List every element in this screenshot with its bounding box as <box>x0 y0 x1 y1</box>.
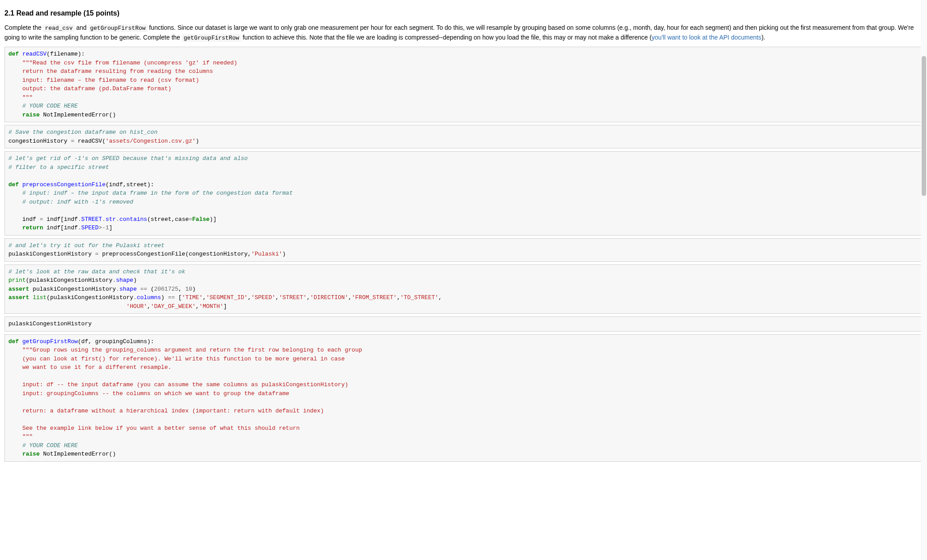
operator: = <box>40 216 43 223</box>
inline-code: read_csv <box>43 24 74 32</box>
text: , <box>196 303 199 310</box>
text: ) <box>196 138 199 144</box>
comment: # Save the congestion dataframe on hist_… <box>8 129 157 136</box>
builtin: list <box>33 294 47 301</box>
code-cell[interactable]: # let's look at the raw data and check t… <box>4 264 923 314</box>
text: pulaskiCongestionHistory <box>8 320 92 327</box>
func-name: getGroupFirstRow <box>22 338 78 345</box>
text: ). <box>761 34 765 41</box>
string: 'Pulaski' <box>251 251 282 257</box>
text: (df, groupingColumns): <box>78 338 154 345</box>
text: indf[indf <box>43 216 78 223</box>
text: , <box>147 303 151 310</box>
text: (street,case <box>147 216 189 223</box>
docstring: return the dataframe resulting from read… <box>8 68 213 75</box>
text: indf[indf <box>43 224 78 231</box>
keyword: assert <box>8 294 29 301</box>
string: 'TO_STREET' <box>400 294 439 301</box>
keyword: def <box>8 181 19 188</box>
comment: # and let's try it out for the Pulaski s… <box>8 242 164 249</box>
text: (pulaskiCongestionHistory <box>26 277 112 284</box>
string: 'FROM_STREET' <box>352 294 397 301</box>
operator: = <box>95 251 99 257</box>
scrollbar[interactable] <box>921 0 927 469</box>
text: , <box>178 286 185 292</box>
text: , <box>348 294 352 301</box>
text: function to achieve this. Note that the … <box>241 34 651 41</box>
section-heading: 2.1 Read and resample (15 points) <box>4 8 923 19</box>
dot: . <box>116 286 120 292</box>
string: 'SEGMENT_ID' <box>206 294 248 301</box>
text: preprocessCongestionFile(congestionHisto… <box>99 251 251 257</box>
scroll-thumb[interactable] <box>922 56 926 196</box>
code-cell[interactable]: # Save the congestion dataframe on hist_… <box>4 125 923 148</box>
keyword: raise <box>8 112 40 118</box>
text: ] <box>224 303 227 310</box>
attr: shape <box>116 277 133 284</box>
keyword: def <box>8 51 19 57</box>
text: Complete the <box>4 24 43 31</box>
dot: . <box>133 294 137 301</box>
docstring: See the example link below if you want a… <box>8 425 300 432</box>
keyword: return <box>8 224 43 231</box>
docstring: """Group rows using the grouping_columns… <box>8 347 362 353</box>
text <box>8 303 126 310</box>
text: , <box>307 294 310 301</box>
docstring: input: df -- the input dataframe (you ca… <box>8 381 348 388</box>
docstring: """ <box>8 94 33 101</box>
text: , <box>203 294 206 301</box>
text: ) <box>192 286 196 292</box>
text: (pulaskiCongestionHistory <box>47 294 133 301</box>
text <box>29 294 33 301</box>
string: 'HOUR' <box>126 303 147 310</box>
text: )] <box>210 216 217 223</box>
comment: # let's get rid of -1's on SPEED because… <box>8 155 248 162</box>
attr: shape <box>120 286 137 292</box>
attr: STREET <box>81 216 102 223</box>
text: , <box>439 294 442 301</box>
operator: == <box>140 286 148 292</box>
text: readCSV( <box>74 138 105 144</box>
string: 'MONTH' <box>199 303 224 310</box>
code-cell[interactable]: def getGroupFirstRow(df, groupingColumns… <box>4 334 923 462</box>
inline-code: getGroupFirstRow <box>182 34 241 42</box>
keyword: assert <box>8 286 29 292</box>
bool: False <box>192 216 210 223</box>
docstring: input: groupingColumns -- the columns on… <box>8 390 289 397</box>
comment: # YOUR CODE HERE <box>8 103 78 109</box>
docstring: """ <box>8 433 33 440</box>
code-cell[interactable]: # and let's try it out for the Pulaski s… <box>4 238 923 262</box>
code-cell[interactable]: def readCSV(filename): """Read the csv f… <box>4 47 923 122</box>
dot: . <box>78 216 81 223</box>
comment: # let's look at the raw data and check t… <box>8 268 185 275</box>
docstring: output: the dataframe (pd.DataFrame form… <box>8 85 172 92</box>
text: (filename): <box>47 51 85 57</box>
text: congestionHistory <box>8 138 71 144</box>
text: (indf,street): <box>105 181 154 188</box>
operator: == <box>168 294 175 301</box>
text: NotImplementedError() <box>40 112 116 118</box>
text: pulaskiCongestionHistory <box>29 286 116 292</box>
docstring: (you can look at first() for reference).… <box>8 356 345 362</box>
docstring: return: a dataframe without a hierarchic… <box>8 408 324 414</box>
string: 'TIME' <box>182 294 203 301</box>
text <box>137 286 140 292</box>
code-cell[interactable]: # let's get rid of -1's on SPEED because… <box>4 151 923 236</box>
inline-code: getGroupFirstRow <box>88 24 148 32</box>
docstring: input: filename – the filename to read (… <box>8 77 199 84</box>
text: ( <box>147 286 154 292</box>
keyword: def <box>8 338 19 345</box>
string: 'STREET' <box>279 294 307 301</box>
code-cell[interactable]: pulaskiCongestionHistory <box>4 316 923 332</box>
text: ] <box>109 224 112 231</box>
intro-paragraph: Complete the read_csv and getGroupFirstR… <box>4 23 923 42</box>
docstring: """Read the csv file from filename (unco… <box>8 60 237 66</box>
comment: # output: indf with -1's removed <box>8 199 133 205</box>
text: , <box>397 294 400 301</box>
comment: # input: indf – the input data frame in … <box>8 190 293 196</box>
attr: contains <box>120 216 147 223</box>
api-docs-link[interactable]: you'll want to look at the API documents <box>651 34 761 41</box>
dot: . <box>112 277 116 284</box>
string: 'DAY_OF_WEEK' <box>151 303 196 310</box>
operator: = <box>189 216 192 223</box>
